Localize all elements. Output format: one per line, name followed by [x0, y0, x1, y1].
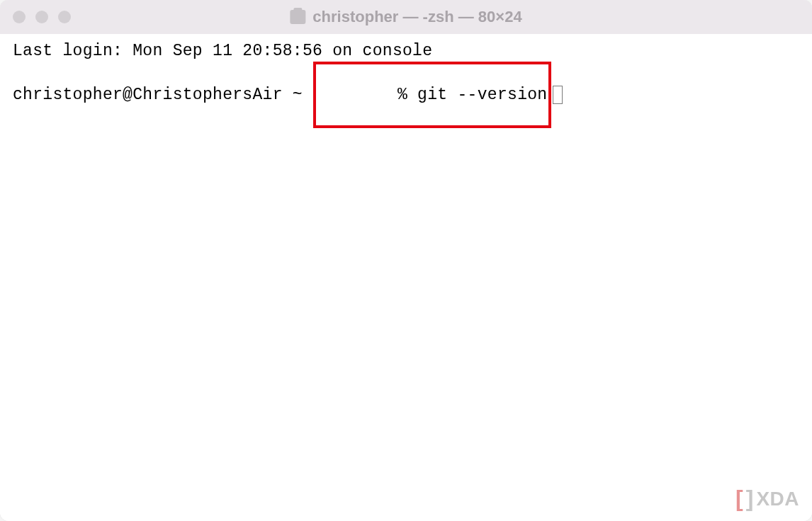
terminal-window: christopher — -zsh — 80×24 Last login: M… — [0, 0, 812, 521]
prompt-line: christopher@ChristophersAir ~ % git --ve… — [13, 62, 799, 128]
watermark-bracket-left-icon: [ — [735, 484, 743, 513]
terminal-content[interactable]: Last login: Mon Sep 11 20:58:56 on conso… — [0, 34, 812, 521]
minimize-button[interactable] — [35, 11, 48, 23]
maximize-button[interactable] — [58, 11, 71, 23]
command-highlight: % git --version — [313, 62, 551, 128]
prompt-user-host: christopher@ChristophersAir ~ — [13, 85, 312, 105]
last-login-line: Last login: Mon Sep 11 20:58:56 on conso… — [13, 41, 799, 62]
close-button[interactable] — [13, 11, 26, 23]
window-titlebar[interactable]: christopher — -zsh — 80×24 — [0, 0, 812, 34]
folder-icon — [290, 10, 305, 24]
command-text: % git --version — [397, 86, 548, 104]
window-title: christopher — -zsh — 80×24 — [312, 8, 521, 26]
traffic-lights — [13, 11, 71, 23]
window-title-group: christopher — -zsh — 80×24 — [290, 8, 521, 26]
watermark-bracket-right-icon: ] — [746, 484, 754, 513]
watermark-text: XDA — [756, 486, 799, 511]
terminal-cursor — [553, 86, 563, 104]
watermark: [ ] XDA — [735, 484, 799, 513]
